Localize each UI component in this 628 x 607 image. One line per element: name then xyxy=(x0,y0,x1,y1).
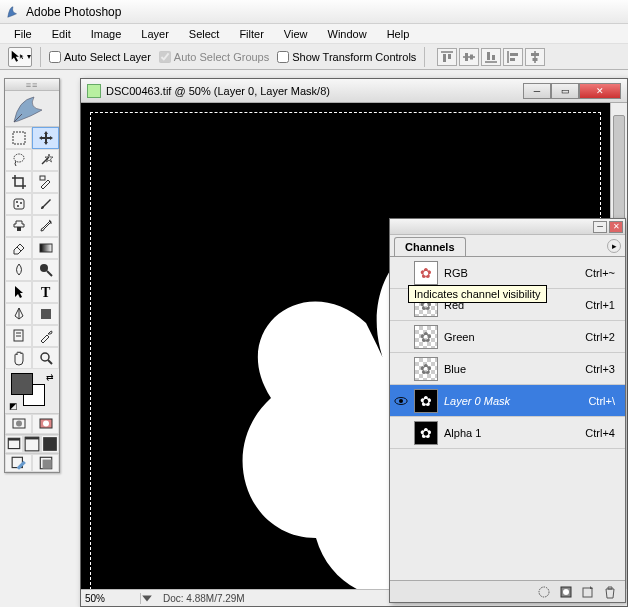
tab-channels[interactable]: Channels xyxy=(394,237,466,256)
visibility-toggle[interactable] xyxy=(394,330,408,344)
svg-rect-14 xyxy=(533,58,538,61)
visibility-toggle[interactable] xyxy=(394,394,408,408)
menu-select[interactable]: Select xyxy=(179,26,230,42)
align-left-icon[interactable] xyxy=(503,48,523,66)
tool-grid: T xyxy=(5,127,59,369)
channel-row-layer0mask[interactable]: ✿ Layer 0 Mask Ctrl+\ xyxy=(390,385,625,417)
menu-edit[interactable]: Edit xyxy=(42,26,81,42)
clone-stamp-tool[interactable] xyxy=(5,215,32,237)
history-brush-tool[interactable] xyxy=(32,215,59,237)
menu-layer[interactable]: Layer xyxy=(131,26,179,42)
svg-rect-20 xyxy=(14,199,24,209)
svg-point-35 xyxy=(41,353,49,361)
minimize-button[interactable]: ─ xyxy=(523,83,551,99)
maximize-button[interactable]: ▭ xyxy=(551,83,579,99)
menu-help[interactable]: Help xyxy=(377,26,420,42)
menu-window[interactable]: Window xyxy=(318,26,377,42)
menu-filter[interactable]: Filter xyxy=(229,26,273,42)
default-colors-icon[interactable]: ◩ xyxy=(9,401,18,411)
align-top-icon[interactable] xyxy=(437,48,457,66)
auto-select-layer-option[interactable]: Auto Select Layer xyxy=(49,51,151,63)
align-hcenter-icon[interactable] xyxy=(525,48,545,66)
visibility-toggle[interactable] xyxy=(394,298,408,312)
standard-mode-icon[interactable] xyxy=(5,414,32,434)
hand-tool[interactable] xyxy=(5,347,32,369)
jump-to-app2-icon[interactable] xyxy=(32,454,59,472)
swap-colors-icon[interactable]: ⇄ xyxy=(46,372,54,382)
svg-rect-2 xyxy=(448,54,451,59)
crop-tool[interactable] xyxy=(5,171,32,193)
blur-tool[interactable] xyxy=(5,259,32,281)
dodge-tool[interactable] xyxy=(32,259,59,281)
visibility-toggle[interactable] xyxy=(394,362,408,376)
menu-image[interactable]: Image xyxy=(81,26,132,42)
align-vcenter-icon[interactable] xyxy=(459,48,479,66)
tooltip: Indicates channel visibility xyxy=(408,285,547,303)
options-bar: ▾ Auto Select Layer Auto Select Groups S… xyxy=(0,44,628,70)
svg-rect-11 xyxy=(510,58,515,61)
load-selection-icon[interactable] xyxy=(535,584,553,600)
show-transform-option[interactable]: Show Transform Controls xyxy=(277,51,416,63)
separator xyxy=(424,47,425,67)
channel-shortcut: Ctrl+4 xyxy=(585,427,621,439)
close-button[interactable]: ✕ xyxy=(579,83,621,99)
healing-brush-tool[interactable] xyxy=(5,193,32,215)
screenmode-standard-icon[interactable] xyxy=(5,435,23,453)
menu-file[interactable]: File xyxy=(4,26,42,42)
save-selection-icon[interactable] xyxy=(557,584,575,600)
document-titlebar[interactable]: DSC00463.tif @ 50% (Layer 0, Layer Mask/… xyxy=(81,79,627,103)
zoom-readout[interactable]: 50% xyxy=(81,593,141,604)
auto-select-layer-checkbox[interactable] xyxy=(49,51,61,63)
zoom-tool[interactable] xyxy=(32,347,59,369)
panel-close-button[interactable]: ✕ xyxy=(609,221,623,233)
pen-tool[interactable] xyxy=(5,303,32,325)
menu-view[interactable]: View xyxy=(274,26,318,42)
svg-line-28 xyxy=(47,271,52,276)
lasso-tool[interactable] xyxy=(5,149,32,171)
channel-name: Layer 0 Mask xyxy=(444,395,582,407)
foreground-color-swatch[interactable] xyxy=(11,373,33,395)
visibility-toggle[interactable] xyxy=(394,266,408,280)
new-channel-icon[interactable] xyxy=(579,584,597,600)
screenmode-fullmenu-icon[interactable] xyxy=(23,435,41,453)
current-tool-indicator[interactable]: ▾ xyxy=(8,47,32,67)
show-transform-checkbox[interactable] xyxy=(277,51,289,63)
eyedropper-tool[interactable] xyxy=(32,325,59,347)
gradient-tool[interactable] xyxy=(32,237,59,259)
palette-grip[interactable]: ≡≡ xyxy=(5,79,59,91)
type-tool[interactable]: T xyxy=(32,281,59,303)
panel-minimize-button[interactable]: ─ xyxy=(593,221,607,233)
delete-channel-icon[interactable] xyxy=(601,584,619,600)
panel-menu-icon[interactable]: ▸ xyxy=(607,239,621,253)
move-tool[interactable] xyxy=(32,127,59,149)
align-bottom-icon[interactable] xyxy=(481,48,501,66)
path-selection-tool[interactable] xyxy=(5,281,32,303)
popup-arrow-icon[interactable] xyxy=(141,592,153,604)
tool-palette[interactable]: ≡≡ T ⇄ ◩ xyxy=(4,78,60,473)
channel-row-blue[interactable]: ✿ Blue Ctrl+3 xyxy=(390,353,625,385)
channels-panel[interactable]: ─ ✕ Channels ▸ ✿ RGB Ctrl+~ ✿ Red Ctrl+1… xyxy=(389,218,626,603)
magic-wand-tool[interactable] xyxy=(32,149,59,171)
channel-row-green[interactable]: ✿ Green Ctrl+2 xyxy=(390,321,625,353)
tool-dropdown-arrow-icon: ▾ xyxy=(27,52,31,61)
screenmode-full-icon[interactable] xyxy=(41,435,59,453)
svg-rect-16 xyxy=(13,132,25,144)
shape-tool[interactable] xyxy=(32,303,59,325)
marquee-tool[interactable] xyxy=(5,127,32,149)
document-icon xyxy=(87,84,101,98)
svg-rect-5 xyxy=(470,54,473,59)
svg-rect-4 xyxy=(465,53,468,61)
brush-tool[interactable] xyxy=(32,193,59,215)
channel-row-alpha1[interactable]: ✿ Alpha 1 Ctrl+4 xyxy=(390,417,625,449)
notes-tool[interactable] xyxy=(5,325,32,347)
quickmask-mode-icon[interactable] xyxy=(32,414,59,434)
document-title: DSC00463.tif @ 50% (Layer 0, Layer Mask/… xyxy=(106,85,523,97)
eraser-tool[interactable] xyxy=(5,237,32,259)
svg-rect-31 xyxy=(41,309,51,319)
visibility-toggle[interactable] xyxy=(394,426,408,440)
svg-point-21 xyxy=(16,201,18,203)
slice-tool[interactable] xyxy=(32,171,59,193)
channel-shortcut: Ctrl+\ xyxy=(588,395,621,407)
jump-to-app1-icon[interactable] xyxy=(5,454,32,472)
panel-header[interactable]: ─ ✕ xyxy=(390,219,625,235)
